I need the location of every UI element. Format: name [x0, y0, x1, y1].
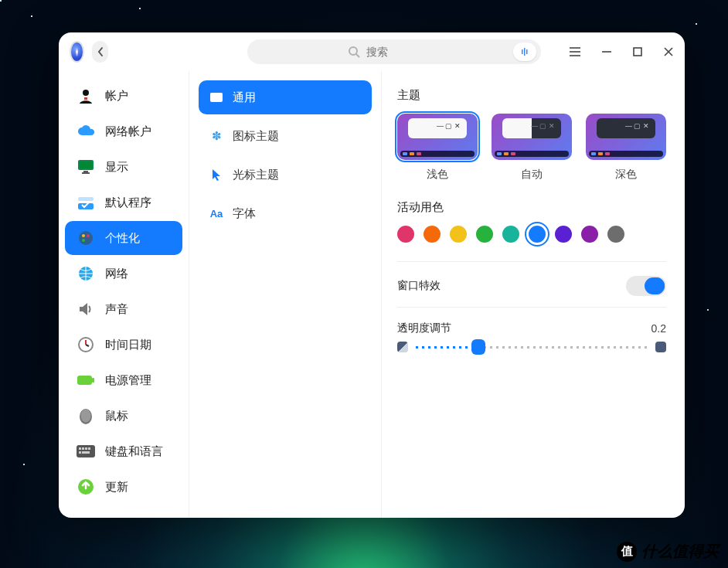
tab-general[interactable]: 通用	[199, 80, 372, 114]
slider-handle[interactable]	[471, 339, 485, 355]
window-effects-row: 窗口特效	[397, 276, 666, 296]
theme-option-light[interactable]: — ▢ ✕ 浅色	[397, 114, 478, 182]
accent-swatch[interactable]	[502, 226, 519, 243]
font-icon: Aa	[209, 208, 223, 219]
sidebar-item-label: 时间日期	[105, 338, 151, 352]
sidebar-item-display[interactable]: 显示	[65, 150, 182, 184]
monitor-icon	[76, 157, 96, 177]
theme-option-auto[interactable]: — ▢ ✕ 自动	[492, 114, 572, 182]
chevron-left-icon	[97, 46, 104, 57]
sidebar-item-sound[interactable]: 声音	[65, 292, 182, 326]
maximize-icon	[633, 47, 642, 56]
section-title-theme: 主题	[397, 88, 666, 103]
svg-rect-33	[79, 447, 81, 450]
svg-point-22	[87, 234, 90, 237]
minimize-button[interactable]	[601, 43, 612, 60]
keyboard-icon	[76, 441, 96, 461]
window-body: 帐户 网络帐户 显示 默认程序 个性化 网络	[59, 71, 685, 518]
sidebar-item-updates[interactable]: 更新	[65, 470, 182, 504]
theme-label: 深色	[586, 168, 666, 182]
accent-swatch[interactable]	[450, 226, 467, 243]
sidebar-item-mouse[interactable]: 鼠标	[65, 399, 182, 433]
sidebar-item-label: 声音	[105, 302, 128, 317]
voice-search-button[interactable]	[513, 43, 536, 61]
tab-icon-theme[interactable]: ✽ 图标主题	[199, 119, 372, 153]
sidebar-item-datetime[interactable]: 时间日期	[65, 328, 182, 362]
tab-cursor-theme[interactable]: 光标主题	[199, 158, 372, 192]
svg-rect-13	[84, 97, 87, 100]
accent-swatch[interactable]	[581, 226, 598, 243]
sidebar-item-label: 个性化	[105, 231, 140, 246]
speaker-icon	[76, 299, 96, 319]
window-effects-toggle[interactable]	[626, 276, 666, 296]
cloud-icon	[76, 121, 96, 141]
svg-rect-38	[82, 451, 90, 454]
snowflake-icon: ✽	[209, 129, 223, 143]
svg-rect-41	[210, 93, 223, 96]
opacity-max-icon	[655, 342, 666, 352]
sidebar-item-label: 网络帐户	[105, 124, 151, 139]
sidebar-item-online-accounts[interactable]: 网络帐户	[65, 114, 182, 148]
accent-swatch[interactable]	[529, 226, 546, 243]
accent-swatch[interactable]	[607, 226, 624, 243]
update-icon	[76, 477, 96, 497]
palette-icon	[76, 228, 96, 248]
back-button[interactable]	[92, 41, 108, 63]
sidebar-item-default-apps[interactable]: 默认程序	[65, 185, 182, 219]
sidebar-item-label: 默认程序	[105, 196, 151, 210]
svg-rect-3	[524, 48, 526, 56]
opacity-slider[interactable]	[416, 340, 648, 354]
watermark-text: 什么值得买	[641, 541, 719, 562]
menu-button[interactable]	[569, 43, 581, 60]
sidebar-item-power[interactable]: 电源管理	[65, 363, 182, 397]
svg-rect-34	[82, 447, 84, 450]
sidebar-item-personalization[interactable]: 个性化	[65, 221, 182, 255]
search-icon	[348, 46, 360, 58]
content-pane: 主题 — ▢ ✕ 浅色 — ▢ ✕ 自动 — ▢ ✕ 深色 活动用色	[382, 71, 685, 518]
svg-point-31	[81, 410, 91, 423]
svg-point-0	[349, 47, 357, 55]
opacity-label: 透明度调节	[397, 321, 451, 335]
mouse-icon	[76, 406, 96, 426]
globe-icon	[76, 264, 96, 284]
theme-options: — ▢ ✕ 浅色 — ▢ ✕ 自动 — ▢ ✕ 深色	[397, 114, 666, 182]
accent-color-swatches	[397, 226, 666, 243]
svg-rect-17	[82, 172, 90, 174]
theme-thumbnail: — ▢ ✕	[586, 114, 666, 160]
tab-fonts[interactable]: Aa 字体	[199, 196, 372, 230]
svg-point-23	[82, 239, 85, 242]
sidebar-item-network[interactable]: 网络	[65, 257, 182, 291]
default-apps-icon	[76, 192, 96, 213]
accent-swatch[interactable]	[397, 226, 414, 243]
sidebar-item-keyboard[interactable]: 键盘和语言	[65, 434, 182, 468]
search-field[interactable]	[247, 39, 541, 64]
sidebar-item-label: 更新	[105, 480, 128, 495]
tab-label: 光标主题	[233, 168, 279, 182]
tab-label: 通用	[233, 90, 256, 105]
person-icon	[76, 86, 96, 106]
window-icon	[209, 93, 223, 102]
svg-rect-15	[80, 162, 92, 168]
tab-label: 字体	[233, 206, 256, 221]
sidebar-item-label: 显示	[105, 160, 128, 175]
search-input[interactable]	[360, 46, 513, 58]
svg-rect-18	[78, 197, 94, 201]
window-effects-label: 窗口特效	[397, 279, 441, 293]
accent-swatch[interactable]	[424, 226, 441, 243]
tab-label: 图标主题	[233, 129, 279, 144]
sidebar-item-label: 帐户	[105, 89, 128, 104]
accent-swatch[interactable]	[476, 226, 493, 243]
sidebar: 帐户 网络帐户 显示 默认程序 个性化 网络	[59, 71, 189, 518]
maximize-button[interactable]	[632, 43, 643, 60]
svg-line-1	[356, 54, 359, 57]
sidebar-item-label: 鼠标	[105, 409, 128, 423]
svg-rect-9	[634, 48, 641, 56]
watermark-badge-icon: 值	[617, 542, 637, 562]
theme-option-dark[interactable]: — ▢ ✕ 深色	[586, 114, 666, 182]
sidebar-item-accounts[interactable]: 帐户	[65, 79, 182, 113]
svg-point-20	[79, 231, 93, 245]
divider	[397, 307, 666, 308]
accent-swatch[interactable]	[555, 226, 572, 243]
close-button[interactable]	[663, 43, 674, 60]
sidebar-item-label: 网络	[105, 267, 128, 281]
